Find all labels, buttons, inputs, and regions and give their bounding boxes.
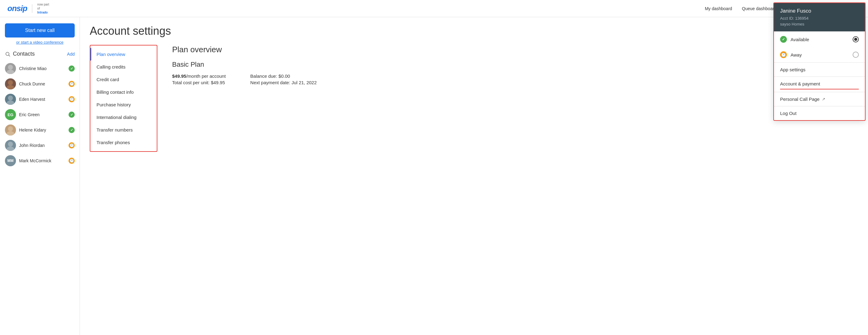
- personal-call-page-item[interactable]: Personal Call Page ↗: [774, 92, 865, 106]
- status-away-icon: 🕐: [68, 142, 75, 148]
- svg-point-3: [7, 70, 14, 74]
- dropdown-user-section: Janine Fusco Acct ID: 136954 sayso Homes: [774, 3, 865, 31]
- svg-point-5: [7, 85, 14, 89]
- total-cost: Total cost per unit: $49.95: [172, 80, 226, 85]
- contacts-label: Contacts: [13, 51, 65, 57]
- radio-selected: [854, 38, 857, 41]
- contact-name: Chuck Dunne: [19, 82, 65, 86]
- main-layout: Start new call or start a video conferen…: [0, 17, 868, 335]
- contact-avatar: MM: [5, 155, 16, 166]
- status-available-icon: [68, 112, 75, 118]
- page-title: Account settings: [90, 25, 858, 37]
- contact-avatar: [5, 140, 16, 151]
- total-label: Total cost per unit:: [172, 80, 210, 85]
- price-amount: $49.95: [172, 73, 186, 79]
- away-dot-icon: 🕐: [780, 51, 787, 58]
- svg-point-11: [7, 147, 14, 151]
- balance-label: Balance due:: [250, 73, 277, 79]
- top-nav: onsip now part of Intrado My dashboard Q…: [0, 0, 868, 17]
- logo-tagline: now part of Intrado: [37, 2, 49, 14]
- svg-point-6: [8, 96, 13, 100]
- video-conference-link[interactable]: or start a video conference: [5, 40, 75, 44]
- contact-avatar: [5, 79, 16, 89]
- logo-text: onsip: [7, 4, 27, 13]
- svg-point-7: [7, 100, 14, 105]
- next-payment-label: Next payment date:: [250, 80, 290, 85]
- add-contact-link[interactable]: Add: [67, 52, 75, 57]
- content-area: Account settings Plan overview Calling c…: [80, 17, 868, 335]
- away-radio[interactable]: [852, 52, 859, 58]
- queue-dashboard-link[interactable]: Queue dashboard: [742, 6, 776, 11]
- svg-point-10: [8, 142, 13, 147]
- contact-avatar: [5, 63, 16, 74]
- svg-line-1: [9, 55, 10, 56]
- sidebar: Start new call or start a video conferen…: [0, 17, 80, 335]
- personal-call-page-label: Personal Call Page: [780, 96, 819, 102]
- svg-point-2: [8, 65, 13, 70]
- status-away-icon: 🕐: [68, 81, 75, 87]
- my-dashboard-link[interactable]: My dashboard: [705, 6, 732, 11]
- contact-item[interactable]: Christine Miao: [5, 61, 75, 76]
- account-payment-label: Account & payment: [780, 81, 820, 86]
- available-radio[interactable]: [852, 36, 859, 42]
- logout-label: Log Out: [780, 111, 796, 116]
- contact-item[interactable]: Helene Kidary: [5, 122, 75, 138]
- plan-content: Plan overview Basic Plan $49.95/month pe…: [172, 45, 858, 152]
- menu-international-dialing[interactable]: International dialing: [90, 111, 157, 124]
- next-payment: Next payment date: Jul 21, 2022: [250, 80, 317, 85]
- status-available-icon: [68, 65, 75, 71]
- dropdown-org: sayso Homes: [780, 22, 859, 26]
- dropdown-user-name: Janine Fusco: [780, 8, 859, 14]
- price-per-month: $49.95/month per account: [172, 73, 226, 79]
- user-dropdown: Janine Fusco Acct ID: 136954 sayso Homes…: [773, 2, 866, 121]
- contact-item[interactable]: Chuck Dunne 🕐: [5, 76, 75, 92]
- available-dot-icon: [780, 36, 787, 43]
- account-payment-item[interactable]: Account & payment: [774, 77, 865, 92]
- contact-name: Mark McCormick: [19, 158, 65, 163]
- svg-point-8: [8, 126, 13, 131]
- plan-section-title: Plan overview: [172, 45, 858, 54]
- plan-pricing: $49.95/month per account Total cost per …: [172, 73, 226, 85]
- account-menu: Plan overview Calling credits Credit car…: [90, 45, 157, 152]
- contact-avatar: [5, 124, 16, 135]
- contact-item[interactable]: Eden Harvest 🕐: [5, 92, 75, 107]
- next-payment-date: Jul 21, 2022: [292, 80, 317, 85]
- menu-purchase-history[interactable]: Purchase history: [90, 98, 157, 111]
- status-available-option[interactable]: Available: [774, 32, 865, 47]
- account-layout: Plan overview Calling credits Credit car…: [90, 45, 858, 152]
- contact-name: Helene Kidary: [19, 127, 65, 132]
- search-icon: [5, 51, 10, 57]
- contact-item[interactable]: MM Mark McCormick 🕐: [5, 153, 75, 169]
- logout-item[interactable]: Log Out: [774, 106, 865, 120]
- menu-credit-card[interactable]: Credit card: [90, 73, 157, 86]
- contact-item[interactable]: EG Eric Green: [5, 107, 75, 122]
- menu-plan-overview[interactable]: Plan overview: [90, 48, 157, 61]
- logo-divider: [32, 4, 32, 13]
- status-away-option[interactable]: 🕐 Away: [774, 47, 865, 62]
- svg-point-4: [8, 80, 13, 85]
- contact-avatar: [5, 94, 16, 105]
- contact-item[interactable]: John Riordan 🕐: [5, 138, 75, 153]
- menu-transfer-numbers[interactable]: Transfer numbers: [90, 124, 157, 136]
- status-away-icon: 🕐: [68, 96, 75, 102]
- svg-point-0: [6, 52, 9, 56]
- status-away-icon: 🕐: [68, 158, 75, 164]
- balance-due: Balance due: $0.00: [250, 73, 317, 79]
- logo-area: onsip now part of Intrado: [7, 2, 49, 14]
- svg-point-9: [7, 131, 14, 135]
- start-call-button[interactable]: Start new call: [5, 23, 75, 37]
- contact-name: Eric Green: [19, 112, 65, 117]
- plan-name: Basic Plan: [172, 61, 858, 68]
- menu-calling-credits[interactable]: Calling credits: [90, 61, 157, 73]
- contact-name: John Riordan: [19, 143, 65, 148]
- menu-billing-contact[interactable]: Billing contact info: [90, 86, 157, 98]
- app-settings-label: App settings: [780, 67, 806, 72]
- menu-transfer-phones[interactable]: Transfer phones: [90, 136, 157, 149]
- app-settings-item[interactable]: App settings: [774, 63, 865, 77]
- available-label: Available: [790, 37, 852, 42]
- contact-name: Eden Harvest: [19, 97, 65, 102]
- price-unit: /month per account: [186, 73, 226, 79]
- external-link-icon: ↗: [822, 97, 825, 101]
- status-available-icon: [68, 127, 75, 133]
- plan-billing: Balance due: $0.00 Next payment date: Ju…: [250, 73, 317, 85]
